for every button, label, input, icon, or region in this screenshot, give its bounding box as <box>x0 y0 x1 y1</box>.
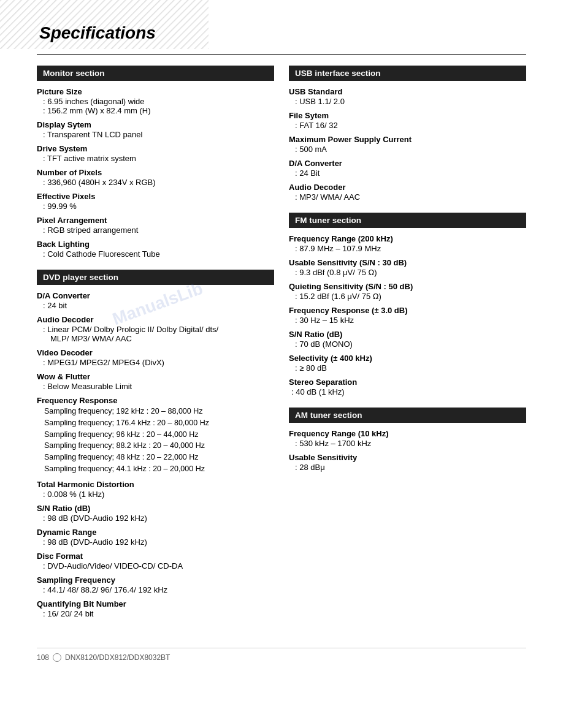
spec-fm-quieting-sensitivity: Quieting Sensitivity (S/N : 50 dB) : 15.… <box>289 282 526 301</box>
spec-value: : 24 Bit <box>289 169 526 178</box>
spec-value: : 40 dB (1 kHz) <box>289 387 526 396</box>
spec-am-usable-sensitivity: Usable Sensitivity : 28 dBμ <box>289 453 526 472</box>
spec-value: : 6.95 inches (diagonal) wide <box>37 97 274 106</box>
spec-value: : 156.2 mm (W) x 82.4 mm (H) <box>37 106 274 115</box>
spec-label: Frequency Response (± 3.0 dB) <box>289 306 526 315</box>
spec-label: Display Sytem <box>37 120 274 129</box>
spec-label: Video Decoder <box>37 348 274 357</box>
spec-value: : Transparent TN LCD panel <box>37 130 274 139</box>
spec-drive-system: Drive System : TFT active matrix system <box>37 144 274 163</box>
page-title: Specifications <box>37 12 526 43</box>
spec-label: Picture Size <box>37 87 274 96</box>
spec-label: Frequency Response <box>37 396 274 405</box>
footer-circle-icon <box>53 653 61 662</box>
spec-value: : 500 mA <box>289 145 526 154</box>
dvd-section: DVD player section D/A Converter : 24 bi… <box>37 270 274 618</box>
content-columns: Monitor section Picture Size : 6.95 inch… <box>37 66 526 629</box>
spec-label: Quantifying Bit Number <box>37 599 274 609</box>
spec-dynamic-range: Dynamic Range : 98 dB (DVD-Audio 192 kHz… <box>37 528 274 547</box>
spec-label: Wow & Flutter <box>37 372 274 381</box>
spec-value: : 28 dBμ <box>289 463 526 472</box>
spec-value: : 530 kHz – 1700 kHz <box>289 439 526 448</box>
spec-disc-format: Disc Format : DVD-Audio/Video/ VIDEO-CD/… <box>37 552 274 571</box>
spec-value: : 336,960 (480H x 234V x RGB) <box>37 178 274 187</box>
spec-label: Stereo Separation <box>289 377 526 387</box>
spec-label: Effective Pixels <box>37 192 274 201</box>
spec-fm-freq-range: Frequency Range (200 kHz) : 87.9 MHz – 1… <box>289 234 526 253</box>
footer-model: DNX8120/DDX812/DDX8032BT <box>65 653 170 662</box>
spec-label: D/A Converter <box>289 159 526 168</box>
spec-value: : 70 dB (MONO) <box>289 339 526 349</box>
freq-line: Sampling frequency; 176.4 kHz : 20 – 80,… <box>44 417 274 429</box>
spec-value: : 98 dB (DVD-Audio 192 kHz) <box>37 537 274 547</box>
spec-quantifying-bit: Quantifying Bit Number : 16/ 20/ 24 bit <box>37 599 274 618</box>
usb-section: USB interface section USB Standard : USB… <box>289 66 526 202</box>
spec-label: Frequency Range (10 kHz) <box>289 429 526 438</box>
spec-label: D/A Converter <box>37 291 274 300</box>
spec-value: : 9.3 dBf (0.8 μV/ 75 Ω) <box>289 268 526 277</box>
spec-wow-flutter: Wow & Flutter : Below Measurable Limit <box>37 372 274 391</box>
spec-label: Quieting Sensitivity (S/N : 50 dB) <box>289 282 526 291</box>
spec-value: : 15.2 dBf (1.6 μV/ 75 Ω) <box>289 292 526 301</box>
spec-value: : Cold Cathode Fluorescent Tube <box>37 249 274 259</box>
spec-label: Selectivity (± 400 kHz) <box>289 354 526 363</box>
spec-label: Drive System <box>37 144 274 153</box>
spec-display-system: Display Sytem : Transparent TN LCD panel <box>37 120 274 139</box>
spec-value: : USB 1.1/ 2.0 <box>289 97 526 106</box>
spec-label: Total Harmonic Distortion <box>37 480 274 489</box>
spec-value: : 0.008 % (1 kHz) <box>37 490 274 499</box>
monitor-section-header: Monitor section <box>37 66 274 81</box>
freq-lines: Sampling frequency; 192 kHz : 20 – 88,00… <box>37 406 274 475</box>
spec-label: S/N Ratio (dB) <box>289 330 526 339</box>
spec-value: : DVD-Audio/Video/ VIDEO-CD/ CD-DA <box>37 561 274 571</box>
spec-label: USB Standard <box>289 87 526 96</box>
spec-max-power: Maximum Power Supply Current : 500 mA <box>289 135 526 154</box>
spec-fm-usable-sensitivity: Usable Sensitivity (S/N : 30 dB) : 9.3 d… <box>289 258 526 277</box>
spec-label: Pixel Arrangement <box>37 216 274 225</box>
freq-line: Sampling frequency; 88.2 kHz : 20 – 40,0… <box>44 440 274 452</box>
spec-value: : RGB striped arrangement <box>37 226 274 235</box>
freq-line: Sampling frequency; 96 kHz : 20 – 44,000… <box>44 429 274 441</box>
spec-da-converter-dvd: D/A Converter : 24 bit <box>37 291 274 310</box>
right-column: USB interface section USB Standard : USB… <box>289 66 526 629</box>
spec-label: Dynamic Range <box>37 528 274 537</box>
spec-back-lighting: Back Lighting : Cold Cathode Fluorescent… <box>37 240 274 259</box>
dvd-section-header: DVD player section <box>37 270 274 285</box>
spec-am-freq-range: Frequency Range (10 kHz) : 530 kHz – 170… <box>289 429 526 448</box>
spec-fm-freq-response: Frequency Response (± 3.0 dB) : 30 Hz – … <box>289 306 526 325</box>
freq-line: Sampling frequency; 44.1 kHz : 20 – 20,0… <box>44 463 274 475</box>
spec-value: : 99.99 % <box>37 202 274 211</box>
spec-value: : 87.9 MHz – 107.9 MHz <box>289 244 526 253</box>
spec-value: : Below Measurable Limit <box>37 382 274 391</box>
spec-sampling-freq: Sampling Frequency : 44.1/ 48/ 88.2/ 96/… <box>37 575 274 594</box>
spec-picture-size: Picture Size : 6.95 inches (diagonal) wi… <box>37 87 274 115</box>
spec-value: : FAT 16/ 32 <box>289 121 526 130</box>
spec-fm-sn-ratio: S/N Ratio (dB) : 70 dB (MONO) <box>289 330 526 349</box>
spec-frequency-response-dvd: Frequency Response Sampling frequency; 1… <box>37 396 274 475</box>
spec-value: : MP3/ WMA/ AAC <box>289 192 526 202</box>
spec-value: : 24 bit <box>37 301 274 310</box>
spec-pixel-arrangement: Pixel Arrangement : RGB striped arrangem… <box>37 216 274 235</box>
spec-usb-standard: USB Standard : USB 1.1/ 2.0 <box>289 87 526 106</box>
spec-video-decoder: Video Decoder : MPEG1/ MPEG2/ MPEG4 (Div… <box>37 348 274 367</box>
spec-label: Audio Decoder <box>289 183 526 192</box>
spec-label: Disc Format <box>37 552 274 561</box>
spec-value: : 16/ 20/ 24 bit <box>37 609 274 618</box>
title-divider <box>37 54 526 55</box>
spec-value: : 30 Hz – 15 kHz <box>289 316 526 325</box>
spec-fm-stereo-separation: Stereo Separation : 40 dB (1 kHz) <box>289 377 526 396</box>
spec-audio-decoder-usb: Audio Decoder : MP3/ WMA/ AAC <box>289 183 526 202</box>
spec-value: : ≥ 80 dB <box>289 363 526 373</box>
spec-label: Sampling Frequency <box>37 575 274 585</box>
page-number: 108 <box>37 653 49 662</box>
spec-label: Number of Pixels <box>37 168 274 177</box>
spec-label: File Sytem <box>289 111 526 120</box>
freq-line: Sampling frequency; 48 kHz : 20 – 22,000… <box>44 452 274 463</box>
spec-num-pixels: Number of Pixels : 336,960 (480H x 234V … <box>37 168 274 187</box>
usb-section-header: USB interface section <box>289 66 526 81</box>
monitor-section: Monitor section Picture Size : 6.95 inch… <box>37 66 274 259</box>
spec-label: Maximum Power Supply Current <box>289 135 526 144</box>
spec-fm-selectivity: Selectivity (± 400 kHz) : ≥ 80 dB <box>289 354 526 373</box>
spec-sn-ratio-dvd: S/N Ratio (dB) : 98 dB (DVD-Audio 192 kH… <box>37 504 274 523</box>
spec-thd: Total Harmonic Distortion : 0.008 % (1 k… <box>37 480 274 499</box>
